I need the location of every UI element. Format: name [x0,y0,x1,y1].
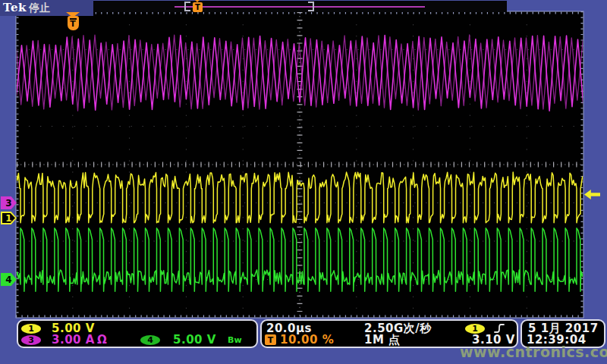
channel-1-label: 1 [5,213,11,224]
watermark: www.cntronics.com [460,344,607,360]
record-window-bracket-left[interactable] [184,2,190,11]
record-view-waveform-line [175,6,425,8]
channel-3-label: 3 [5,198,11,209]
trigger-position-badge: T [265,334,276,345]
record-length-readout: 1M 点 [364,334,401,346]
ch4-scale-readout: 5.00 V [173,334,216,346]
graticule [0,0,607,364]
record-window-bracket-right[interactable] [308,2,314,11]
brand-logo: Tek [3,1,27,14]
rising-edge-icon [494,323,505,334]
channel-readout-box[interactable]: 1 5.00 V 3 3.00 A Ω 4 5.00 V Bw [17,319,258,348]
ch4-badge: 4 [140,335,160,345]
trigger-t-icon: T [68,16,79,30]
ch3-badge: 3 [21,335,41,345]
record-view-strip: T [93,1,507,12]
ch4-bandwidth-icon: Bw [228,335,242,345]
trigger-position-marker[interactable]: T [66,12,80,30]
trigger-position-readout: 10.00 % [280,334,334,346]
ch3-scale-readout: 3.00 A [52,334,95,346]
trigger-t-letter: T [70,20,76,28]
record-trigger-marker-icon[interactable]: T [193,2,203,12]
ch1-badge: 1 [21,324,41,334]
oscilloscope-screen: Tek 停止 T T 3 1 4 1 5.00 V 3 3.00 A Ω 4 5… [0,0,607,364]
channel-4-label: 4 [5,275,11,285]
acquisition-status: 停止 [29,2,50,15]
ch3-coupling-readout: Ω [97,334,107,346]
